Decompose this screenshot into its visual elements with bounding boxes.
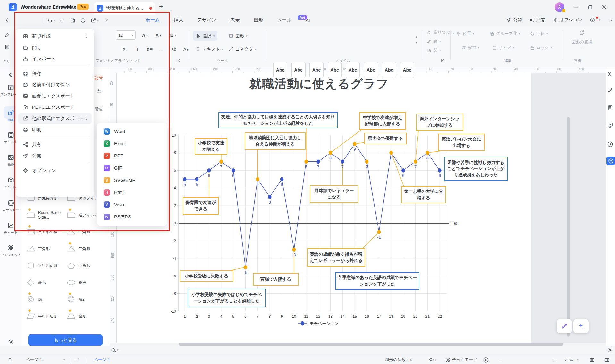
shape-item[interactable]: 楕円 [66, 274, 107, 291]
chart-annotation[interactable]: 英語プレゼン大会に出場する [438, 134, 485, 151]
style-preset-8[interactable]: Abc [400, 62, 414, 78]
fit-width-icon[interactable] [604, 355, 610, 364]
strike-icon[interactable]: T̶ [132, 45, 142, 54]
edit-position-button[interactable]: 位置▾ [456, 31, 474, 37]
minimize-button[interactable] [573, 4, 579, 10]
shape-item[interactable]: 台形 [66, 308, 107, 325]
layers-caret[interactable]: ▾ [435, 355, 436, 364]
list-icon[interactable]: ≔ [156, 45, 167, 54]
back-icon[interactable] [4, 17, 10, 23]
export-format-html[interactable]: HHtml [100, 186, 164, 199]
export-format-pseps[interactable]: PSPS/EPS [100, 211, 164, 223]
decrease-font-icon[interactable]: A▼ [154, 31, 164, 40]
shape-item[interactable]: 三角形 [26, 241, 66, 258]
share-export-icon[interactable] [90, 18, 96, 23]
shape-item[interactable]: 五角形 [66, 257, 107, 274]
add-page-button[interactable]: + [76, 355, 80, 364]
select-tool[interactable]: 選択▾ [193, 31, 217, 41]
chart-annotation[interactable]: 野球部でレギュラーになる [310, 185, 358, 203]
sidebar-item-8[interactable]: ウィジェット [0, 244, 21, 257]
layers-icon[interactable] [428, 355, 434, 364]
chart-annotation[interactable]: 小学校で友達が増える [195, 138, 227, 155]
paint-bucket-icon[interactable] [110, 347, 116, 353]
export-format-word[interactable]: WWord [100, 125, 164, 138]
share-caret[interactable]: ▾ [97, 19, 99, 22]
bucket-caret[interactable]: ▾ [117, 348, 119, 351]
text-tool[interactable]: テキスト▾ [193, 44, 226, 54]
fill-button[interactable]: 塗りつぶし▾ [426, 30, 458, 35]
case-icon[interactable]: ab [169, 45, 179, 54]
undo-button[interactable] [47, 18, 53, 23]
redo-button[interactable] [59, 18, 65, 23]
ribbon-tab-表示[interactable]: 表示 [230, 16, 240, 24]
ribbon-tab-図形[interactable]: 図形 [253, 16, 264, 24]
chart-annotation[interactable]: 海外インターンシップに参加する [416, 114, 463, 131]
shape-item[interactable]: 菱形 [26, 274, 66, 291]
paste-icon[interactable] [4, 44, 10, 50]
align-text-icon[interactable]: ▾ [168, 31, 178, 40]
file-menu-item-9[interactable]: 印刷 [18, 124, 92, 135]
line-button[interactable]: 線▾ [426, 38, 441, 44]
ai-draw-button[interactable] [557, 319, 572, 333]
style-preset-7[interactable]: Abc [382, 62, 396, 78]
see-more-button[interactable]: もっと見る [28, 334, 103, 346]
file-menu-item-7[interactable]: PDFにエクスポート [18, 102, 92, 113]
share-button[interactable]: 共有 [529, 17, 545, 23]
presentation-icon[interactable] [607, 122, 613, 128]
chart-annotation[interactable]: 県大会で優勝する [364, 133, 407, 144]
document-tab[interactable]: Ǝ 就職活動に使える... [94, 2, 155, 15]
history-icon[interactable] [607, 141, 613, 148]
save-icon[interactable] [70, 18, 76, 23]
chart-annotation[interactable]: 苦手意識のあった英語の成績でモチベーションを下がった [335, 272, 419, 290]
ai-assistant-button[interactable] [573, 319, 589, 333]
options-button[interactable]: オプション [553, 17, 582, 23]
file-menu-item-2[interactable]: インポート [18, 53, 92, 64]
linespacing-icon[interactable]: ⇕≡ [144, 45, 155, 54]
edit-lock-button[interactable]: ロック▾ [530, 45, 552, 51]
file-menu-item-4[interactable]: 保存 [18, 68, 92, 79]
font-group-expand-icon[interactable] [176, 58, 180, 63]
file-menu-item-5[interactable]: 名前を付けて保存 [18, 79, 92, 90]
shape-item[interactable]: 環 [26, 291, 66, 308]
fit-screen-icon[interactable] [589, 355, 595, 364]
collapse-sidebar-icon[interactable] [8, 72, 13, 78]
print-icon[interactable] [80, 18, 86, 23]
export-format-ppt[interactable]: PPPT [100, 150, 164, 162]
chart-annotation[interactable]: 友達、仲間と協力して目標を達成することの大切さを知りモチベーションが上がる経験を… [218, 112, 338, 128]
edit-rotate-button[interactable]: 回転▾ [530, 31, 548, 37]
shape-item[interactable]: 環2 [66, 291, 107, 308]
style-scroll-arrows[interactable]: ▲▼ [415, 35, 417, 44]
zoom-in-button[interactable]: + [552, 355, 554, 364]
fullscreen-icon[interactable] [445, 355, 450, 364]
file-menu-item-8[interactable]: 他の形式にエクスポート [18, 113, 92, 124]
publish-button[interactable]: 公開 [506, 17, 522, 23]
edit-group-button[interactable]: グループ化▾ [489, 31, 520, 37]
subscript-icon[interactable]: X₂ [120, 45, 130, 54]
export-format-gif[interactable]: GIFGIF [100, 162, 164, 174]
style-preset-1[interactable]: Abc [273, 62, 287, 78]
ribbon-tab-デザイン[interactable]: デザイン [197, 16, 217, 24]
style-preset-2[interactable]: Abc [291, 62, 306, 78]
chart-annotation[interactable]: 地域消防団に入団し協力し合える仲間が増える [245, 132, 306, 150]
edit-align-button[interactable]: 配置▾ [461, 45, 479, 51]
expand-panel-icon[interactable] [607, 71, 613, 77]
ribbon-tab-ツール[interactable]: ツール [277, 16, 292, 24]
chart-annotation[interactable]: 第一志望の大学に合格する [401, 186, 446, 203]
style-preset-3[interactable]: Abc [309, 62, 324, 78]
edit-size-button[interactable]: サイズ▾ [492, 45, 514, 51]
style-preset-6[interactable]: Abc [364, 62, 378, 78]
page-caret[interactable]: ▾ [63, 355, 65, 364]
chart-annotation[interactable]: 困難や苦手に挑戦し努力することでモチベーションが上がり達成感をあじわった [444, 157, 508, 181]
ribbon-tab-挿入[interactable]: 挿入 [173, 16, 184, 24]
shadow-button[interactable]: 影▾ [426, 47, 441, 53]
export-format-visio[interactable]: VVisio [100, 199, 164, 211]
ribbon-tab-ホーム[interactable]: ホーム [145, 16, 160, 24]
file-menu-item-12[interactable]: 公開 [18, 150, 92, 161]
file-menu-item-6[interactable]: 画像にエクスポート [18, 90, 92, 102]
shape-item[interactable]: 三角形 [66, 241, 107, 258]
shape-item[interactable]: 平行四辺形 [26, 257, 66, 274]
connector-tool[interactable]: コネクタ▾ [226, 44, 259, 54]
zoom-out-button[interactable]: − [499, 355, 502, 364]
shape-item[interactable]: 長方形の枠 [26, 224, 66, 241]
file-menu-item-11[interactable]: 共有 [18, 139, 92, 150]
